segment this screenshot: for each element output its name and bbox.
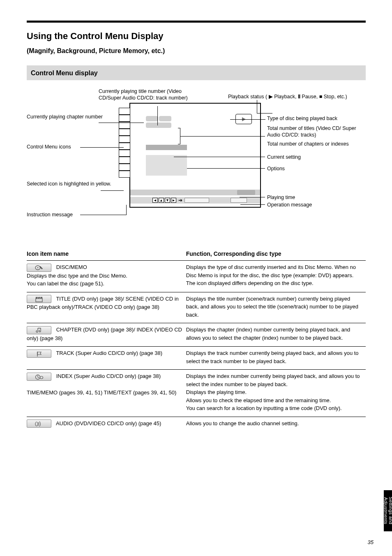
arrow-right-icon: ➔ bbox=[178, 197, 182, 203]
sub-title: (Magnify, Background, Picture Memory, et… bbox=[27, 47, 366, 55]
music-note-icon bbox=[27, 326, 51, 334]
pause-icon: Ⅱ bbox=[298, 94, 300, 100]
row-func-index-2: Displays the playing time. bbox=[186, 389, 247, 395]
page-number: 35 bbox=[368, 539, 374, 545]
label-title-number: Currently playing title number (Video CD… bbox=[99, 88, 189, 101]
svg-point-2 bbox=[37, 267, 38, 268]
row-desc-disc-1: Displays the disc type and the Disc Memo… bbox=[27, 273, 127, 279]
table-header-icon: Icon item name bbox=[27, 249, 186, 261]
stop-icon: ■ bbox=[319, 94, 323, 100]
row-func-track: Displays the track number currently bein… bbox=[186, 347, 366, 370]
row-func-index-1: Displays the index number currently bein… bbox=[186, 373, 360, 387]
svg-line-11 bbox=[38, 377, 39, 378]
row-name-index: INDEX (Super Audio CD/CD only) (page 38) bbox=[56, 373, 161, 379]
label-operation-message: Operation message bbox=[267, 202, 366, 208]
tv-screen: ◄ ▲ ▼ ► ➔ bbox=[129, 103, 261, 208]
current-setting-bar bbox=[146, 145, 187, 150]
label-selected-icon: Selected icon is highlighted in yellow. bbox=[27, 181, 117, 188]
gray-bar-heading: Control Menu display bbox=[27, 65, 366, 80]
label-chapter-number: Currently playing chapter number bbox=[27, 114, 117, 120]
label-options: Options bbox=[267, 166, 366, 172]
clock-disc-icon bbox=[27, 373, 51, 381]
flag-icon bbox=[27, 350, 51, 358]
down-key-icon: ▼ bbox=[165, 198, 170, 203]
label-playback-status: Playback status ( ▶ Playback, Ⅱ Pause, ■… bbox=[228, 94, 376, 100]
instruction-row: ◄ ▲ ▼ ► ➔ bbox=[130, 197, 260, 204]
table-header-func: Function, Corresponding disc type bbox=[186, 249, 366, 261]
tv-side-icon-stack bbox=[125, 108, 130, 178]
label-total-titles: Total number of titles (Video CD/ Super … bbox=[267, 125, 370, 138]
left-key-icon: ◄ bbox=[152, 198, 158, 203]
audio-waves-icon bbox=[27, 419, 51, 428]
playing-time-row bbox=[130, 190, 260, 195]
row-func-audio: Allows you to change the audio channel s… bbox=[186, 417, 366, 432]
row-func-disc: Displays the type of disc currently inse… bbox=[186, 261, 366, 292]
svg-rect-3 bbox=[36, 299, 42, 302]
label-playing-time: Playing time bbox=[267, 195, 366, 201]
up-key-icon: ▲ bbox=[159, 198, 164, 203]
clapper-icon bbox=[27, 295, 51, 303]
row-name-disc: DISC/MEMO bbox=[56, 264, 87, 270]
sidebar-tab: Settings and Adjustments bbox=[384, 490, 392, 531]
svg-point-13 bbox=[35, 422, 38, 426]
chapter-indicator bbox=[146, 123, 171, 128]
label-disc-type: Type of disc being played back bbox=[267, 116, 366, 122]
row-name-track: TRACK (Super Audio CD/CD only) (page 38) bbox=[56, 350, 162, 356]
title-indicator bbox=[146, 116, 171, 121]
label-total-chapters: Total number of chapters or indexes bbox=[267, 141, 370, 148]
play-icon: ▶ bbox=[269, 94, 273, 100]
row-func-title: Displays the title number (scene/track n… bbox=[186, 292, 366, 323]
row-desc-disc-2: You can label the disc (page 51). bbox=[27, 280, 104, 287]
row-name-audio: AUDIO (DVD/VIDEO CD/CD only) (page 45) bbox=[56, 420, 161, 426]
row-func-index-4: You can search for a location by inputti… bbox=[186, 405, 342, 411]
right-key-icon: ► bbox=[171, 198, 176, 203]
row-func-chapter: Displays the chapter (index) number curr… bbox=[186, 323, 366, 347]
control-menu-items-table: Icon item name Function, Corresponding d… bbox=[27, 249, 366, 432]
disc-edit-icon bbox=[27, 264, 51, 272]
svg-point-12 bbox=[40, 376, 43, 379]
section-title: Using the Control Menu Display bbox=[27, 31, 366, 42]
label-current-setting: Current setting bbox=[267, 154, 366, 161]
options-block bbox=[146, 155, 187, 176]
top-rule bbox=[27, 21, 366, 23]
row-name-time: TIME/MEMO (pages 39, 41, 51) TIME/TEXT (… bbox=[27, 389, 176, 396]
row-func-index-3: Allows you to check the elapsed time and… bbox=[186, 397, 331, 403]
control-menu-figure: ◄ ▲ ▼ ► ➔ Currently playing title number… bbox=[27, 93, 366, 236]
